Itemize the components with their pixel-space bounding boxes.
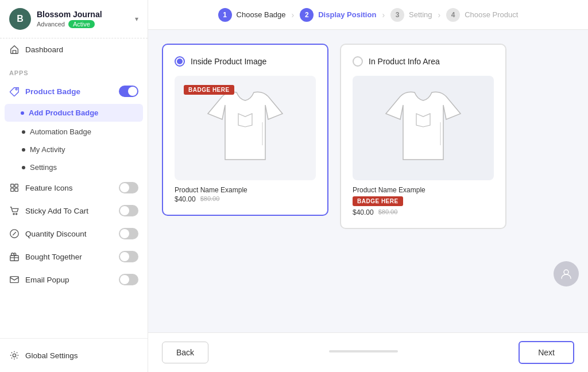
option-header-2: In Product Info Area bbox=[353, 56, 494, 67]
step-num-1: 1 bbox=[218, 8, 232, 22]
sidebar-item-feature-icons[interactable]: Feature Icons bbox=[0, 176, 148, 199]
step-setting: 3 Setting bbox=[390, 8, 432, 22]
svg-rect-2 bbox=[15, 184, 18, 187]
sidebar-header[interactable]: B Blossom Journal Advanced Active ▾ bbox=[0, 0, 148, 38]
option-label-2: In Product Info Area bbox=[369, 57, 440, 66]
sidebar-item-product-badge[interactable]: Product Badge bbox=[0, 80, 148, 103]
svg-rect-3 bbox=[11, 188, 14, 191]
sticky-add-to-cart-label: Sticky Add To Cart bbox=[25, 207, 88, 215]
tshirt-image-1 bbox=[184, 85, 307, 171]
sticky-add-to-cart-toggle[interactable] bbox=[119, 205, 138, 216]
gear-icon bbox=[9, 350, 20, 361]
my-activity-label: My Activity bbox=[30, 145, 65, 154]
sidebar-bottom: Global Settings bbox=[0, 338, 148, 372]
option-label-1: Inside Product Image bbox=[191, 57, 266, 66]
sidebar-item-quantity-discount[interactable]: Quantity Discount bbox=[0, 222, 148, 245]
sidebar-sub-item-add-product-badge[interactable]: Add Product Badge bbox=[5, 104, 143, 122]
sidebar-item-bought-together[interactable]: Bought Together bbox=[0, 245, 148, 268]
shop-name: Blossom Journal bbox=[37, 10, 133, 19]
sidebar-item-global-settings[interactable]: Global Settings bbox=[9, 346, 138, 365]
radio-in-product-info-area[interactable] bbox=[353, 56, 363, 67]
option-header-1: Inside Product Image bbox=[175, 56, 316, 67]
sidebar-item-email-popup[interactable]: Email Popup bbox=[0, 268, 148, 291]
step-label-setting: Setting bbox=[409, 10, 432, 19]
tshirt-svg-2 bbox=[377, 88, 469, 168]
step-arrow-2: › bbox=[382, 10, 385, 20]
settings-label: Settings bbox=[30, 163, 57, 172]
cart-icon bbox=[9, 206, 20, 216]
product-preview-2 bbox=[353, 76, 494, 180]
main-content: 1 Choose Badge › 2 Display Position › 3 … bbox=[148, 0, 588, 372]
user-icon bbox=[560, 268, 572, 280]
product-price-2: $40.00 bbox=[353, 208, 374, 216]
email-icon bbox=[9, 274, 20, 285]
feature-icons-label: Feature Icons bbox=[25, 184, 73, 192]
tag-icon bbox=[9, 86, 20, 96]
product-name-1: Product Name Example bbox=[175, 186, 316, 194]
feature-icons-toggle[interactable] bbox=[119, 182, 138, 193]
email-popup-toggle[interactable] bbox=[119, 274, 138, 285]
sidebar-item-sticky-add-to-cart[interactable]: Sticky Add To Cart bbox=[0, 199, 148, 222]
status-badge: Active bbox=[68, 20, 95, 28]
step-num-2: 2 bbox=[300, 8, 314, 22]
svg-point-13 bbox=[564, 270, 568, 274]
svg-point-10 bbox=[13, 354, 16, 356]
step-label-choose-badge: Choose Badge bbox=[237, 10, 286, 19]
step-num-3: 3 bbox=[390, 8, 404, 22]
product-price-old-2: $80.00 bbox=[378, 208, 398, 215]
product-badge-toggle[interactable] bbox=[119, 86, 138, 97]
footer: Back Next bbox=[148, 332, 588, 372]
floating-avatar bbox=[554, 261, 579, 286]
svg-rect-1 bbox=[11, 184, 14, 187]
svg-point-0 bbox=[16, 88, 17, 90]
step-num-4: 4 bbox=[446, 8, 460, 22]
sidebar-item-dashboard[interactable]: Dashboard bbox=[0, 38, 148, 60]
product-info-2: Product Name Example BADGE HERE $40.00 $… bbox=[353, 186, 494, 216]
step-display-position: 2 Display Position bbox=[300, 8, 376, 22]
dot-icon bbox=[22, 130, 25, 134]
svg-rect-9 bbox=[10, 277, 18, 283]
dot-icon bbox=[22, 148, 25, 152]
content-area: Inside Product Image BADGE HERE Product … bbox=[148, 30, 588, 332]
home-icon bbox=[9, 44, 20, 55]
radio-inside-product-image[interactable] bbox=[175, 56, 185, 67]
quantity-discount-label: Quantity Discount bbox=[25, 230, 87, 238]
tshirt-svg-1 bbox=[199, 88, 291, 168]
gift-icon bbox=[9, 251, 20, 262]
bought-together-label: Bought Together bbox=[25, 253, 82, 261]
sidebar: B Blossom Journal Advanced Active ▾ Dash… bbox=[0, 0, 148, 372]
step-choose-badge: 1 Choose Badge bbox=[218, 8, 286, 22]
sidebar-sub-item-automation-badge[interactable]: Automation Badge bbox=[0, 123, 148, 141]
tshirt-image-2 bbox=[362, 85, 485, 171]
quantity-discount-toggle[interactable] bbox=[119, 228, 138, 239]
next-button[interactable]: Next bbox=[519, 341, 574, 364]
svg-rect-4 bbox=[15, 188, 18, 191]
sidebar-sub-item-settings[interactable]: Settings bbox=[0, 158, 148, 176]
step-arrow-3: › bbox=[438, 10, 441, 20]
bought-together-toggle[interactable] bbox=[119, 251, 138, 262]
product-badge-sub-menu: Add Product Badge Automation Badge My Ac… bbox=[0, 103, 148, 176]
chevron-down-icon[interactable]: ▾ bbox=[135, 15, 138, 23]
product-name-2: Product Name Example bbox=[353, 186, 494, 194]
product-preview-1: BADGE HERE bbox=[175, 76, 316, 180]
product-price-old-1: $80.00 bbox=[200, 195, 220, 202]
step-arrow-1: › bbox=[292, 10, 295, 20]
sidebar-item-dashboard-label: Dashboard bbox=[25, 45, 63, 54]
back-button[interactable]: Back bbox=[162, 342, 208, 363]
step-label-choose-product: Choose Product bbox=[465, 10, 518, 19]
option-card-inside-product-image[interactable]: Inside Product Image BADGE HERE Product … bbox=[162, 44, 328, 216]
step-label-display-position: Display Position bbox=[318, 10, 376, 19]
option-card-in-product-info-area[interactable]: In Product Info Area Product Name Exampl… bbox=[340, 44, 506, 229]
svg-point-5 bbox=[13, 214, 14, 215]
sidebar-item-product-badge-label: Product Badge bbox=[25, 87, 80, 96]
stepper: 1 Choose Badge › 2 Display Position › 3 … bbox=[148, 0, 588, 30]
star-icon bbox=[9, 183, 20, 193]
svg-point-6 bbox=[16, 214, 17, 215]
badge-label-bottom-2: BADGE HERE bbox=[353, 196, 403, 206]
plan-badge: Advanced bbox=[37, 21, 65, 28]
automation-badge-label: Automation Badge bbox=[30, 127, 91, 136]
add-product-badge-label: Add Product Badge bbox=[29, 108, 98, 117]
product-info-1: Product Name Example $40.00 $80.00 bbox=[175, 186, 316, 203]
discount-icon bbox=[9, 228, 20, 239]
sidebar-sub-item-my-activity[interactable]: My Activity bbox=[0, 141, 148, 158]
